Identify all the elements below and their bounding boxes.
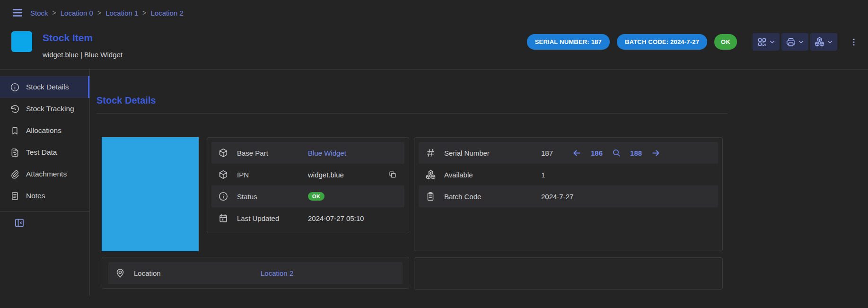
sidebar-item-stock-details[interactable]: Stock Details	[0, 76, 89, 98]
calendar-icon	[218, 213, 237, 223]
info-circle-icon	[10, 82, 20, 92]
row-label: Serial Number	[444, 149, 541, 157]
status-badge: OK	[714, 34, 737, 50]
batch-code-value: 2024-7-27	[541, 193, 573, 201]
previous-serial-link[interactable]: 186	[591, 149, 603, 157]
page-sidebar: Stock Details Stock Tracking Allocations…	[0, 70, 90, 296]
info-circle-icon	[218, 191, 237, 202]
packages-icon	[425, 169, 444, 180]
sidebar-item-label: Test Data	[26, 148, 57, 157]
sidebar-item-notes[interactable]: Notes	[0, 185, 89, 207]
breadcrumb-bar: Stock > Location 0 > Location 1 > Locati…	[0, 0, 868, 23]
page-subtitle: widget.blue | Blue Widget	[43, 51, 123, 59]
base-part-link[interactable]: Blue Widget	[308, 149, 346, 157]
hamburger-menu-icon[interactable]	[10, 6, 25, 20]
row-label: Last Updated	[237, 214, 308, 222]
collapse-sidebar-icon[interactable]	[13, 216, 26, 229]
box-icon	[218, 169, 237, 180]
arrow-right-icon[interactable]	[651, 148, 661, 158]
breadcrumb-link-location-0[interactable]: Location 0	[61, 9, 93, 17]
item-thumbnail	[11, 31, 32, 52]
barcode-actions-button[interactable]	[753, 33, 780, 51]
status-ok-badge: OK	[308, 192, 324, 201]
row-label: Batch Code	[444, 193, 541, 201]
paperclip-icon	[10, 169, 20, 179]
notes-icon	[10, 191, 20, 201]
file-check-icon	[10, 148, 20, 158]
hash-icon	[425, 148, 444, 158]
kebab-menu-icon[interactable]	[847, 35, 860, 49]
table-row-status: Status OK	[211, 185, 404, 207]
chevron-down-icon	[769, 38, 776, 45]
next-serial-link[interactable]: 188	[630, 149, 642, 157]
breadcrumb-link-stock[interactable]: Stock	[30, 9, 48, 17]
chevron-down-icon	[826, 38, 833, 45]
serial-navigation: 186 188	[572, 148, 661, 158]
table-row-location: Location Location 2	[108, 262, 403, 284]
box-icon	[218, 148, 237, 158]
breadcrumb: Stock > Location 0 > Location 1 > Locati…	[30, 9, 184, 17]
row-label: Location	[134, 269, 261, 277]
copy-icon[interactable]	[387, 169, 398, 180]
table-row-available: Available 1	[419, 164, 718, 185]
location-card: Location Location 2	[102, 257, 409, 289]
printer-icon	[786, 37, 796, 47]
print-actions-button[interactable]	[781, 33, 808, 51]
item-image[interactable]	[102, 137, 199, 251]
breadcrumb-separator: >	[142, 9, 146, 17]
sidebar-item-label: Stock Tracking	[26, 105, 74, 113]
table-row-serial-number: Serial Number 187 186 188	[419, 142, 718, 164]
stock-details-card: Serial Number 187 186 188	[414, 137, 723, 251]
panel-divider	[96, 113, 728, 114]
last-updated-value: 2024-07-27 05:10	[308, 214, 364, 222]
breadcrumb-link-location-1[interactable]: Location 1	[105, 9, 138, 17]
sidebar-item-label: Stock Details	[26, 83, 69, 91]
sidebar-divider	[0, 211, 89, 212]
sidebar-item-label: Allocations	[26, 126, 61, 135]
table-row-last-updated: Last Updated 2024-07-27 05:10	[211, 207, 404, 229]
search-icon[interactable]	[612, 148, 621, 158]
available-value: 1	[541, 171, 545, 179]
batch-code-badge: BATCH CODE: 2024-7-27	[617, 34, 707, 50]
sidebar-item-label: Attachments	[26, 170, 67, 178]
row-label: Available	[444, 171, 541, 179]
ipn-value: widget.blue	[308, 171, 344, 179]
stock-actions-button[interactable]	[810, 33, 837, 51]
clipboard-icon	[425, 191, 444, 202]
history-icon	[10, 104, 20, 114]
row-label: Base Part	[237, 149, 308, 157]
page-title: Stock Item	[43, 32, 123, 44]
packages-icon	[814, 36, 825, 47]
row-label: IPN	[237, 171, 308, 179]
stock-details-panel: Stock Details Base Part Blue Widget	[90, 70, 868, 296]
breadcrumb-link-location-2[interactable]: Location 2	[151, 9, 184, 17]
row-label: Status	[237, 193, 308, 201]
breadcrumb-separator: >	[97, 9, 101, 17]
sidebar-item-test-data[interactable]: Test Data	[0, 141, 89, 163]
bookmark-icon	[10, 126, 20, 136]
page-header: Stock Item widget.blue | Blue Widget SER…	[0, 23, 868, 59]
chevron-down-icon	[798, 38, 805, 45]
table-row-base-part: Base Part Blue Widget	[211, 142, 404, 164]
sidebar-item-allocations[interactable]: Allocations	[0, 120, 89, 141]
sidebar-item-attachments[interactable]: Attachments	[0, 163, 89, 185]
serial-number-badge: SERIAL NUMBER: 187	[527, 34, 610, 50]
arrow-left-icon[interactable]	[572, 148, 582, 158]
map-pin-icon	[115, 268, 134, 278]
qrcode-icon	[757, 37, 767, 47]
sidebar-item-label: Notes	[26, 192, 45, 200]
empty-card	[414, 257, 723, 290]
panel-title: Stock Details	[96, 95, 868, 106]
breadcrumb-separator: >	[53, 9, 56, 17]
serial-number-value: 187	[541, 149, 553, 157]
location-link[interactable]: Location 2	[261, 269, 293, 277]
table-row-ipn: IPN widget.blue	[211, 164, 404, 185]
table-row-batch-code: Batch Code 2024-7-27	[419, 185, 718, 207]
sidebar-item-stock-tracking[interactable]: Stock Tracking	[0, 98, 89, 120]
part-details-card: Base Part Blue Widget IPN widget.blue	[207, 137, 409, 233]
